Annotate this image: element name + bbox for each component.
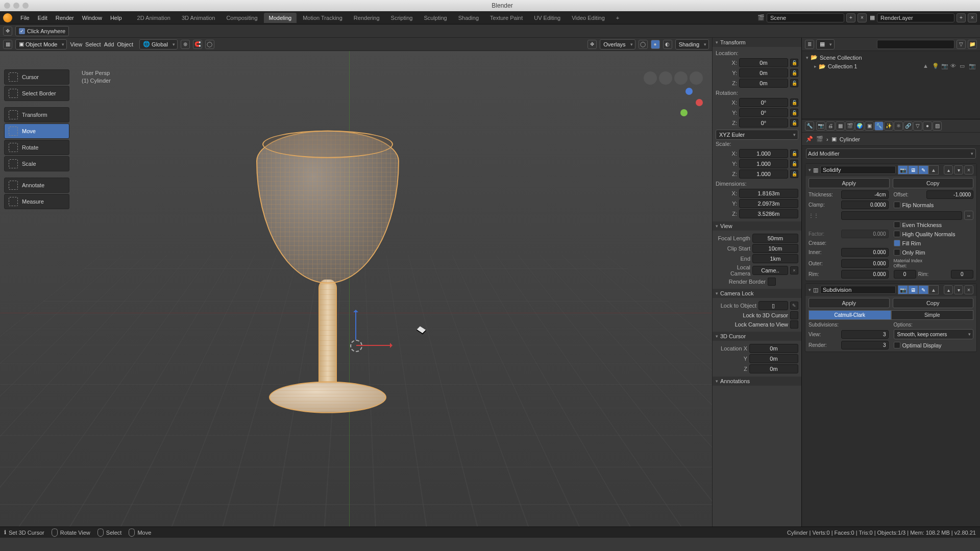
tab-shading[interactable]: Shading: [453, 13, 484, 23]
proportional-icon[interactable]: ◯: [205, 40, 214, 49]
dim-y-input[interactable]: 2.0973m: [739, 199, 798, 208]
properties-editor-icon[interactable]: 🔧: [805, 121, 814, 131]
only-rim-checkbox[interactable]: [894, 249, 900, 256]
invert-icon[interactable]: ↔: [964, 211, 973, 220]
npanel-3dcursor-header[interactable]: 3D Cursor: [713, 332, 801, 341]
cursor-y-input[interactable]: 0m: [749, 354, 798, 363]
axis-z-icon[interactable]: [685, 88, 693, 95]
loc-x-input[interactable]: 0m: [739, 58, 788, 67]
clamp-input[interactable]: 0.0000: [841, 201, 889, 209]
overlays-dropdown[interactable]: Overlays: [600, 39, 635, 49]
loc-z-input[interactable]: 0m: [739, 79, 788, 88]
eyedropper-icon[interactable]: ✎: [790, 302, 798, 310]
pivot-icon[interactable]: ⊕: [181, 40, 190, 49]
nav-zoom-icon[interactable]: [644, 71, 657, 85]
scale-z-input[interactable]: 1.000: [739, 169, 788, 179]
prop-tab-world-icon[interactable]: 🌍: [855, 121, 864, 131]
prop-tab-mesh-icon[interactable]: ▽: [913, 121, 922, 131]
rot-x-input[interactable]: 0°: [739, 98, 788, 107]
lock-object-input[interactable]: ▯: [758, 301, 788, 310]
mod-editmode-toggle[interactable]: ✎: [918, 165, 928, 174]
menu-file[interactable]: File: [16, 13, 34, 23]
crease-inner-input[interactable]: 0.000: [841, 248, 889, 257]
tab-add[interactable]: +: [611, 13, 624, 23]
prop-tab-physics-icon[interactable]: ⚛: [894, 121, 903, 131]
viewport-menu-select[interactable]: Select: [85, 41, 101, 47]
outliner-collection-1[interactable]: ▸📂Collection 1 ▲💡📷 👁▭📷: [806, 62, 976, 71]
render-border-checkbox[interactable]: [768, 278, 776, 286]
copy-button[interactable]: Copy: [893, 298, 974, 308]
tool-rotate[interactable]: Rotate: [4, 140, 69, 155]
scene-add-button[interactable]: +: [846, 13, 855, 22]
lock-icon[interactable]: 🔓: [790, 98, 798, 107]
mod-render-toggle[interactable]: 📷: [898, 285, 908, 294]
tab-uv-editing[interactable]: UV Editing: [529, 13, 566, 23]
prop-tab-particle-icon[interactable]: ✨: [884, 121, 893, 131]
uv-smooth-dropdown[interactable]: Smooth, keep corners: [894, 329, 974, 339]
subdiv-render-input[interactable]: 3: [841, 341, 889, 349]
tool-annotate[interactable]: Annotate: [4, 178, 69, 193]
renderlayer-add-button[interactable]: +: [957, 13, 966, 22]
lock-icon[interactable]: 🔓: [790, 59, 798, 67]
scale-x-input[interactable]: 1.000: [739, 149, 788, 158]
lock-view-checkbox[interactable]: [790, 320, 798, 329]
snap-icon[interactable]: 🧲: [193, 40, 202, 49]
menu-help[interactable]: Help: [106, 13, 126, 23]
modifier-name-input[interactable]: [820, 286, 896, 294]
clip-end-input[interactable]: 1km: [752, 254, 798, 263]
axis-orbit-widget[interactable]: [674, 88, 703, 116]
npanel-camera-lock-header[interactable]: Camera Lock: [713, 289, 801, 298]
lock-icon[interactable]: 🔓: [790, 109, 798, 117]
even-thickness-checkbox[interactable]: [894, 221, 900, 228]
npanel-transform-header[interactable]: Transform: [713, 38, 801, 47]
hq-normals-checkbox[interactable]: [894, 231, 900, 237]
fill-rim-checkbox[interactable]: [894, 240, 900, 246]
flip-normals-checkbox[interactable]: [894, 202, 900, 208]
lock-icon[interactable]: 🔓: [790, 170, 798, 178]
gizmo-toggle-icon[interactable]: ✥: [587, 40, 597, 49]
npanel-annotations-header[interactable]: Annotations: [713, 377, 801, 386]
prop-tab-render-icon[interactable]: 📷: [816, 121, 825, 131]
lock-icon[interactable]: 🔓: [790, 119, 798, 127]
shading-solid-icon[interactable]: ●: [651, 40, 660, 49]
tab-video-editing[interactable]: Video Editing: [567, 13, 610, 23]
menu-edit[interactable]: Edit: [34, 13, 52, 23]
mod-cage-toggle[interactable]: ▲: [928, 165, 939, 174]
lock-icon[interactable]: 🔓: [790, 149, 798, 158]
mod-realtime-toggle[interactable]: 🖥: [908, 165, 918, 174]
prop-tab-object-icon[interactable]: ▣: [865, 121, 874, 131]
editor-type-icon[interactable]: ▦: [3, 40, 12, 49]
cursor-z-input[interactable]: 0m: [749, 364, 798, 373]
tool-cursor[interactable]: Cursor: [4, 69, 69, 85]
move-down-icon[interactable]: ▾: [954, 165, 963, 174]
3d-viewport[interactable]: ▦ ▣ Object Mode View Select Add Object 🌐…: [0, 38, 712, 527]
optimal-display-checkbox[interactable]: [894, 342, 900, 348]
nav-camera-icon[interactable]: [674, 71, 688, 85]
dim-x-input[interactable]: 1.8163m: [739, 189, 798, 198]
tab-sculpting[interactable]: Sculpting: [419, 13, 452, 23]
offset-input[interactable]: -1.0000: [926, 190, 974, 199]
lock-icon[interactable]: 🔓: [790, 69, 798, 77]
click-anywhere-toggle[interactable]: ✓Click Anywhere: [15, 26, 69, 36]
subdiv-view-input[interactable]: 3: [841, 330, 889, 339]
vertex-group-input[interactable]: [841, 211, 962, 220]
orientation-dropdown[interactable]: 🌐 Global: [139, 39, 178, 49]
viewport-menu-add[interactable]: Add: [104, 41, 114, 47]
render-icon[interactable]: 📷: [969, 63, 976, 70]
new-collection-icon[interactable]: 📁: [968, 40, 977, 49]
tab-2d-animation[interactable]: 2D Animation: [132, 13, 176, 23]
tab-compositing[interactable]: Compositing: [221, 13, 262, 23]
shading-wireframe-icon[interactable]: ◯: [639, 40, 648, 49]
tool-transform[interactable]: Transform: [4, 107, 69, 122]
renderlayer-delete-button[interactable]: ×: [968, 13, 977, 22]
mod-realtime-toggle[interactable]: 🖥: [908, 285, 918, 294]
tab-rendering[interactable]: Rendering: [349, 13, 385, 23]
dim-z-input[interactable]: 3.5286m: [739, 209, 798, 218]
scale-y-input[interactable]: 1.000: [739, 159, 788, 168]
clear-icon[interactable]: ×: [790, 266, 798, 274]
local-camera-input[interactable]: Came..: [752, 266, 788, 275]
tab-texture-paint[interactable]: Texture Paint: [485, 13, 528, 23]
lock-cursor-checkbox[interactable]: [790, 311, 798, 319]
mat-offset-input[interactable]: 0: [894, 270, 916, 279]
copy-button[interactable]: Copy: [893, 178, 974, 188]
